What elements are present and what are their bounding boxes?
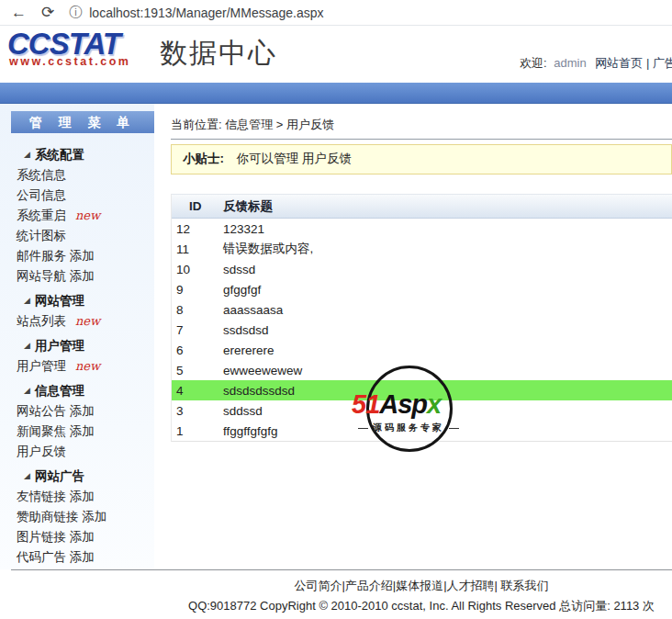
refresh-icon[interactable]: ⟳ <box>41 5 54 20</box>
sidebar-item-label: 代码广告 添加 <box>17 550 95 564</box>
table-row[interactable]: 1ffggffgfgfg <box>172 421 672 441</box>
cell-title: ssdsdsd <box>223 323 672 337</box>
sidebar-item[interactable]: 友情链接 添加 <box>0 487 154 507</box>
sidebar-item-label: 网站公告 添加 <box>17 404 95 418</box>
sidebar-item-label: 图片链接 添加 <box>17 530 95 544</box>
sidebar-item-label: 新闻聚焦 添加 <box>17 424 95 438</box>
tree-expand-icon: ◢ <box>24 386 30 395</box>
cell-title: sdsdsdssdsd <box>223 384 672 398</box>
tip-box: 小贴士: 你可以管理 用户反馈 <box>171 144 672 174</box>
table-row[interactable]: 10sdssd <box>172 259 672 279</box>
tree-expand-icon: ◢ <box>24 341 30 350</box>
sidebar-item-label: 公司信息 <box>17 188 66 202</box>
table-row[interactable]: 6erererere <box>172 340 672 360</box>
cell-id: 9 <box>172 283 223 297</box>
cell-title: erererere <box>223 343 672 357</box>
cell-id: 3 <box>172 404 223 418</box>
cell-id: 6 <box>172 343 223 357</box>
tip-label: 小贴士: <box>183 152 224 165</box>
footer: 公司简介|产品介绍|媒体报道|人才招聘| 联系我们 QQ:9018772 Cop… <box>171 576 672 616</box>
cell-id: 12 <box>172 222 223 236</box>
cell-title: ffggffgfgfg <box>223 424 672 438</box>
footer-copyright: QQ:9018772 CopyRight © 2010-2010 ccstat,… <box>171 596 672 616</box>
top-nav-bar <box>0 83 672 104</box>
tree-expand-icon: ◢ <box>24 150 30 159</box>
cell-title: 错误数据或内容, <box>223 241 672 257</box>
table-row[interactable]: 7ssdsdsd <box>172 320 672 340</box>
sidebar-item-label: 系统信息 <box>17 168 66 182</box>
sidebar-section-label: 网站管理 <box>35 294 84 308</box>
tree-expand-icon: ◢ <box>24 471 30 480</box>
sidebar-section-header[interactable]: ◢网站广告 <box>0 466 154 487</box>
sidebar-section-label: 网站广告 <box>35 469 84 483</box>
sidebar-item[interactable]: 用户管理new <box>0 356 154 377</box>
header-links[interactable]: 网站首页 | 广告 <box>595 56 672 70</box>
sidebar-item[interactable]: 代码广告 添加 <box>0 547 154 568</box>
table-row[interactable]: 9gfggfgf <box>172 279 672 299</box>
username: admin <box>554 56 586 70</box>
sidebar-item[interactable]: 用户反馈 <box>0 442 154 462</box>
sidebar-item[interactable]: 图片链接 添加 <box>0 527 154 547</box>
new-badge: new <box>75 314 100 328</box>
footer-links[interactable]: 公司简介|产品介绍|媒体报道|人才招聘| 联系我们 <box>171 576 672 596</box>
sidebar-item-label: 邮件服务 添加 <box>17 249 95 263</box>
feedback-table: ID 反馈标题 1212332111错误数据或内容,10sdssd9gfggfg… <box>171 194 672 442</box>
sidebar-item-label: 友情链接 添加 <box>17 490 95 503</box>
sidebar-item[interactable]: 站点列表new <box>0 311 154 332</box>
new-badge: new <box>75 359 100 373</box>
sidebar-item-label: 网站导航 添加 <box>17 269 95 283</box>
sidebar-item-label: 站点列表 <box>17 314 66 328</box>
table-header-row: ID 反馈标题 <box>172 194 672 219</box>
url-field[interactable]: ⓘ localhost:1913/Manager/MMessage.aspx <box>69 5 323 21</box>
sidebar-item[interactable]: 系统重启new <box>0 206 154 226</box>
sidebar-item[interactable]: 网站导航 添加 <box>0 266 154 287</box>
site-title: 数据中心 <box>160 35 277 73</box>
ccstat-logo: CCSTAT www.ccstat.com <box>7 28 131 68</box>
footer-divider <box>11 569 672 570</box>
sidebar-item[interactable]: 系统信息 <box>0 165 154 186</box>
url-text[interactable]: localhost:1913/Manager/MMessage.aspx <box>89 6 323 20</box>
sidebar-item-label: 统计图标 <box>17 229 66 242</box>
sidebar-item[interactable]: 网站公告 添加 <box>0 401 154 422</box>
sidebar-menu: ◢系统配置系统信息公司信息系统重启new统计图标邮件服务 添加网站导航 添加◢网… <box>0 141 154 568</box>
sidebar-item-label: 用户反馈 <box>17 445 66 458</box>
cell-id: 4 <box>172 384 223 398</box>
column-header-id: ID <box>172 199 223 213</box>
tree-expand-icon: ◢ <box>24 296 30 305</box>
cell-id: 10 <box>172 263 223 276</box>
sidebar-section-label: 用户管理 <box>35 339 84 353</box>
table-row[interactable]: 3sddssd <box>172 400 672 421</box>
main-content: 当前位置: 信息管理 > 用户反馈 小贴士: 你可以管理 用户反馈 ID 反馈标… <box>171 104 672 442</box>
cell-title: sdssd <box>223 263 672 276</box>
sidebar-item[interactable]: 统计图标 <box>0 226 154 246</box>
sidebar-item[interactable]: 邮件服务 添加 <box>0 246 154 266</box>
cell-title: gfggfgf <box>223 283 672 297</box>
site-info-icon[interactable]: ⓘ <box>69 5 82 21</box>
back-icon[interactable]: ← <box>11 5 27 20</box>
sidebar-section-header[interactable]: ◢信息管理 <box>0 380 154 401</box>
sidebar-item[interactable]: 新闻聚焦 添加 <box>0 422 154 442</box>
table-row[interactable]: 5ewweewewew <box>172 360 672 380</box>
sidebar-title: 管 理 菜 单 <box>11 111 154 133</box>
table-row[interactable]: 4sdsdsdssdsd <box>172 380 672 400</box>
sidebar-section-header[interactable]: ◢系统配置 <box>0 144 154 165</box>
cell-id: 7 <box>172 323 223 337</box>
sidebar-item[interactable]: 公司信息 <box>0 186 154 206</box>
table-row[interactable]: 12123321 <box>172 219 672 239</box>
welcome-label: 欢迎: <box>520 56 547 70</box>
cell-id: 11 <box>172 242 223 256</box>
browser-address-bar: ← ⟳ ⓘ localhost:1913/Manager/MMessage.as… <box>0 0 672 26</box>
sidebar-section-label: 信息管理 <box>35 384 84 398</box>
cell-id: 5 <box>172 364 223 377</box>
cell-title: aaassaasa <box>223 303 672 317</box>
cell-title: sddssd <box>223 404 672 418</box>
cell-title: ewweewewew <box>223 364 672 377</box>
sidebar-section-header[interactable]: ◢网站管理 <box>0 290 154 311</box>
logo-domain: www.ccstat.com <box>7 56 131 68</box>
breadcrumb: 当前位置: 信息管理 > 用户反馈 <box>171 117 672 140</box>
sidebar-item[interactable]: 赞助商链接 添加 <box>0 507 154 527</box>
sidebar-section-header[interactable]: ◢用户管理 <box>0 335 154 356</box>
sidebar-item-label: 赞助商链接 添加 <box>17 510 106 523</box>
table-row[interactable]: 8aaassaasa <box>172 299 672 320</box>
table-row[interactable]: 11错误数据或内容, <box>172 239 672 259</box>
